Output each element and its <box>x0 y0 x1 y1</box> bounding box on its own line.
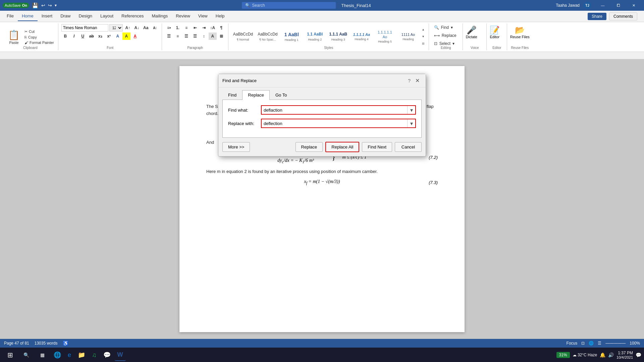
dialog-footer: More >> Replace Replace All Find Next Ca… <box>218 138 426 156</box>
replace-input-wrap: ▾ <box>261 119 416 128</box>
find-what-label: Find what: <box>228 108 258 113</box>
replace-all-button[interactable]: Replace All <box>325 142 359 152</box>
dialog-title-bar: Find and Replace ? ✕ <box>218 74 426 87</box>
replace-dropdown-button[interactable]: ▾ <box>407 119 415 127</box>
dialog-tab-find[interactable]: Find <box>222 90 242 100</box>
replace-button-dlg[interactable]: Replace <box>296 142 323 152</box>
find-what-input[interactable] <box>262 106 407 114</box>
find-input-wrap: ▾ <box>261 105 416 115</box>
replace-with-input[interactable] <box>262 120 407 127</box>
replace-with-label: Replace with: <box>228 121 258 126</box>
cancel-button[interactable]: Cancel <box>395 142 422 152</box>
find-next-button[interactable]: Find Next <box>362 142 392 152</box>
dialog-overlay: Find and Replace ? ✕ Find Replace Go To … <box>0 0 644 362</box>
dialog-tab-goto[interactable]: Go To <box>270 90 292 100</box>
dialog-close-button[interactable]: ✕ <box>413 77 422 84</box>
dialog-tabs: Find Replace Go To <box>218 87 426 100</box>
dialog-tab-replace[interactable]: Replace <box>242 90 270 100</box>
replace-with-row: Replace with: ▾ <box>228 119 416 128</box>
find-dropdown-button[interactable]: ▾ <box>407 106 415 114</box>
find-what-row: Find what: ▾ <box>228 105 416 115</box>
dialog-help-button[interactable]: ? <box>408 78 411 83</box>
find-replace-dialog: Find and Replace ? ✕ Find Replace Go To … <box>218 74 426 157</box>
dialog-body: Find what: ▾ Replace with: ▾ <box>222 100 422 138</box>
dialog-title-text: Find and Replace <box>222 78 257 83</box>
more-button[interactable]: More >> <box>222 142 250 152</box>
